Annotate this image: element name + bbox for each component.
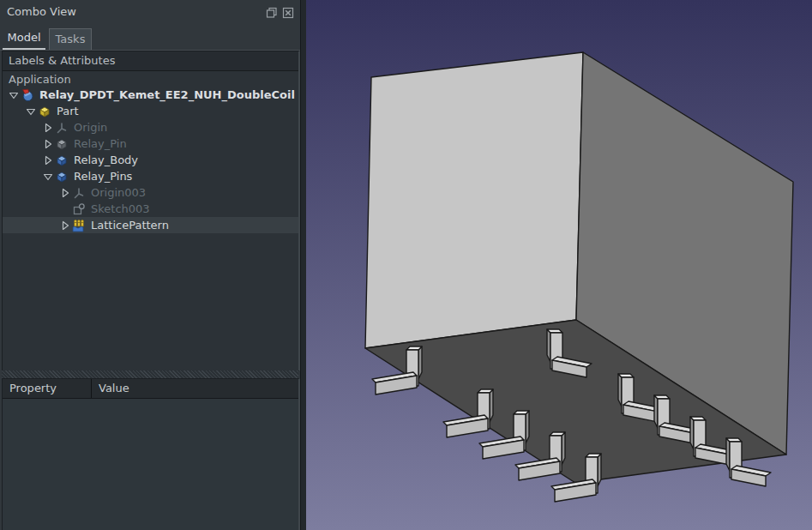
- combo-view-panel: Combo View Model Tasks Labels & Attribut…: [0, 0, 300, 530]
- 3d-viewport[interactable]: [306, 0, 812, 530]
- tree-root-application[interactable]: Application: [3, 71, 298, 87]
- panel-title: Combo View: [7, 5, 76, 18]
- column-header-property: Property: [3, 379, 92, 398]
- expand-arrow-icon[interactable]: [59, 220, 72, 232]
- float-panel-icon[interactable]: [266, 7, 278, 19]
- labels-attributes-header: Labels & Attributes: [3, 51, 298, 71]
- tab-tasks[interactable]: Tasks: [49, 28, 92, 50]
- model-tree-frame: Labels & Attributes Application Relay_DP…: [2, 51, 300, 371]
- tree-item-label: Part: [57, 105, 84, 117]
- collapse-arrow-icon[interactable]: [25, 105, 38, 117]
- origin-icon: [72, 186, 87, 200]
- tree-item-label: Sketch003: [91, 202, 155, 215]
- part-icon: [38, 105, 52, 118]
- tree-item-relay_body[interactable]: Relay_Body: [3, 152, 298, 168]
- document-icon: [21, 88, 35, 102]
- collapse-arrow-icon[interactable]: [8, 89, 21, 101]
- tree-item-label: Origin003: [91, 186, 151, 199]
- tree-item-latticepattern[interactable]: LatticePattern: [3, 217, 298, 233]
- body-blue-icon: [55, 154, 69, 167]
- expand-arrow-icon[interactable]: [42, 122, 55, 134]
- tree-item-relay_dpdt_kemet_ee2_nuh_doublecoil[interactable]: Relay_DPDT_Kemet_EE2_NUH_DoubleCoil: [3, 87, 298, 103]
- arrow-spacer: [59, 203, 72, 215]
- sketch-icon: [72, 202, 87, 216]
- relay-3d-model: [306, 0, 812, 530]
- expand-arrow-icon[interactable]: [42, 154, 55, 166]
- tree-item-label: Relay_Pin: [74, 137, 132, 150]
- horizontal-splitter-handle[interactable]: [2, 370, 298, 378]
- tree-item-sketch003[interactable]: Sketch003: [3, 201, 298, 217]
- combo-view-tabbar: Model Tasks: [0, 26, 300, 51]
- panel-titlebar[interactable]: Combo View: [0, 0, 300, 24]
- property-editor: Property Value: [2, 378, 300, 530]
- tree-item-origin003[interactable]: Origin003: [3, 184, 298, 201]
- lattice-icon: [72, 219, 87, 232]
- tree-item-label: Relay_DPDT_Kemet_EE2_NUH_DoubleCoil: [39, 88, 298, 101]
- tree-item-relay_pin[interactable]: Relay_Pin: [3, 136, 298, 152]
- expand-arrow-icon[interactable]: [42, 138, 55, 150]
- tree-item-origin[interactable]: Origin: [3, 119, 298, 136]
- tree-item-part[interactable]: Part: [3, 103, 298, 119]
- tree-item-label: Relay_Body: [74, 154, 143, 166]
- tree-item-label: Origin: [74, 121, 112, 134]
- property-table-header: Property Value: [3, 379, 298, 399]
- tree-item-label: LatticePattern: [91, 219, 174, 232]
- body-blue-icon: [55, 170, 69, 184]
- close-panel-icon[interactable]: [282, 7, 294, 19]
- tab-model[interactable]: Model: [3, 27, 45, 50]
- document-tree: Relay_DPDT_Kemet_EE2_NUH_DoubleCoilPartO…: [3, 87, 298, 370]
- body-gray-icon: [55, 137, 69, 151]
- column-header-value: Value: [92, 379, 298, 398]
- collapse-arrow-icon[interactable]: [42, 171, 55, 183]
- origin-icon: [55, 121, 69, 135]
- tree-item-relay_pins[interactable]: Relay_Pins: [3, 168, 298, 184]
- body-face-front: [365, 52, 583, 348]
- tree-item-label: Relay_Pins: [74, 170, 137, 183]
- expand-arrow-icon[interactable]: [59, 187, 72, 199]
